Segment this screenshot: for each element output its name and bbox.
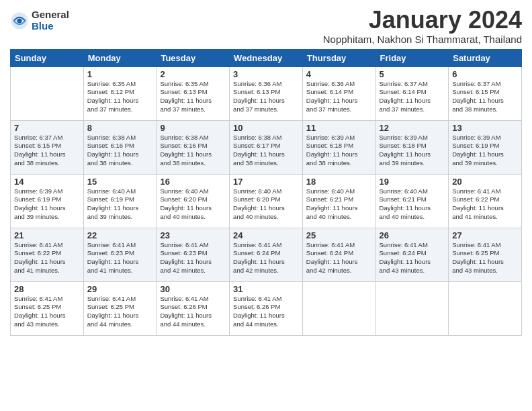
- day-info: Sunrise: 6:35 AM Sunset: 6:12 PM Dayligh…: [87, 80, 153, 114]
- day-number: 6: [452, 69, 518, 79]
- calendar-cell: 2Sunrise: 6:35 AM Sunset: 6:13 PM Daylig…: [157, 66, 230, 120]
- header-saturday: Saturday: [449, 49, 522, 66]
- calendar-header-row: SundayMondayTuesdayWednesdayThursdayFrid…: [11, 49, 522, 66]
- calendar-cell: 25Sunrise: 6:41 AM Sunset: 6:24 PM Dayli…: [302, 228, 375, 281]
- day-info: Sunrise: 6:40 AM Sunset: 6:21 PM Dayligh…: [306, 187, 372, 222]
- header-monday: Monday: [83, 49, 157, 66]
- day-number: 28: [14, 284, 80, 294]
- calendar-cell: [449, 281, 522, 335]
- calendar-cell: 8Sunrise: 6:38 AM Sunset: 6:16 PM Daylig…: [83, 120, 157, 174]
- calendar-cell: [302, 281, 375, 335]
- day-number: 30: [160, 284, 226, 294]
- week-row-2: 14Sunrise: 6:39 AM Sunset: 6:19 PM Dayli…: [11, 174, 522, 228]
- day-info: Sunrise: 6:41 AM Sunset: 6:25 PM Dayligh…: [87, 295, 153, 329]
- title-area: January 2024 Nopphitam, Nakhon Si Thamma…: [323, 7, 522, 45]
- day-info: Sunrise: 6:39 AM Sunset: 6:18 PM Dayligh…: [380, 134, 445, 168]
- day-number: 8: [87, 123, 153, 133]
- day-number: 16: [160, 177, 226, 187]
- header-tuesday: Tuesday: [157, 49, 230, 66]
- day-info: Sunrise: 6:41 AM Sunset: 6:22 PM Dayligh…: [14, 241, 80, 275]
- week-row-0: 1Sunrise: 6:35 AM Sunset: 6:12 PM Daylig…: [11, 66, 522, 120]
- page: General Blue January 2024 Nopphitam, Nak…: [0, 0, 532, 411]
- day-number: 26: [380, 230, 445, 240]
- calendar-cell: 9Sunrise: 6:38 AM Sunset: 6:16 PM Daylig…: [157, 120, 230, 174]
- day-info: Sunrise: 6:41 AM Sunset: 6:25 PM Dayligh…: [452, 241, 518, 275]
- day-number: 18: [306, 177, 372, 187]
- calendar-cell: 28Sunrise: 6:41 AM Sunset: 6:25 PM Dayli…: [11, 281, 84, 335]
- day-number: 25: [306, 230, 372, 240]
- day-number: 2: [160, 69, 226, 79]
- day-info: Sunrise: 6:40 AM Sunset: 6:19 PM Dayligh…: [87, 187, 153, 222]
- day-info: Sunrise: 6:41 AM Sunset: 6:22 PM Dayligh…: [452, 187, 518, 222]
- calendar-cell: 31Sunrise: 6:41 AM Sunset: 6:26 PM Dayli…: [230, 281, 303, 335]
- day-info: Sunrise: 6:37 AM Sunset: 6:15 PM Dayligh…: [452, 80, 518, 114]
- day-info: Sunrise: 6:41 AM Sunset: 6:24 PM Dayligh…: [306, 241, 372, 275]
- calendar-cell: 21Sunrise: 6:41 AM Sunset: 6:22 PM Dayli…: [11, 228, 84, 281]
- week-row-1: 7Sunrise: 6:37 AM Sunset: 6:15 PM Daylig…: [11, 120, 522, 174]
- calendar-cell: 23Sunrise: 6:41 AM Sunset: 6:23 PM Dayli…: [157, 228, 230, 281]
- calendar-cell: [375, 281, 449, 335]
- day-info: Sunrise: 6:35 AM Sunset: 6:13 PM Dayligh…: [160, 80, 226, 114]
- calendar-cell: 17Sunrise: 6:40 AM Sunset: 6:20 PM Dayli…: [230, 174, 303, 228]
- day-info: Sunrise: 6:41 AM Sunset: 6:26 PM Dayligh…: [233, 295, 299, 329]
- day-info: Sunrise: 6:39 AM Sunset: 6:19 PM Dayligh…: [452, 134, 518, 168]
- day-number: 19: [380, 177, 445, 187]
- calendar-cell: 11Sunrise: 6:39 AM Sunset: 6:18 PM Dayli…: [302, 120, 375, 174]
- week-row-4: 28Sunrise: 6:41 AM Sunset: 6:25 PM Dayli…: [11, 281, 522, 335]
- day-number: 4: [306, 69, 372, 79]
- day-number: 21: [14, 230, 80, 240]
- day-info: Sunrise: 6:41 AM Sunset: 6:24 PM Dayligh…: [380, 241, 445, 275]
- day-number: 3: [233, 69, 299, 79]
- day-info: Sunrise: 6:39 AM Sunset: 6:18 PM Dayligh…: [306, 134, 372, 168]
- calendar-cell: 19Sunrise: 6:40 AM Sunset: 6:21 PM Dayli…: [375, 174, 449, 228]
- day-number: 1: [87, 69, 153, 79]
- calendar-cell: 1Sunrise: 6:35 AM Sunset: 6:12 PM Daylig…: [83, 66, 157, 120]
- calendar-cell: 13Sunrise: 6:39 AM Sunset: 6:19 PM Dayli…: [449, 120, 522, 174]
- calendar-cell: 12Sunrise: 6:39 AM Sunset: 6:18 PM Dayli…: [375, 120, 449, 174]
- day-info: Sunrise: 6:40 AM Sunset: 6:21 PM Dayligh…: [380, 187, 445, 222]
- calendar-cell: 18Sunrise: 6:40 AM Sunset: 6:21 PM Dayli…: [302, 174, 375, 228]
- calendar-cell: [11, 66, 84, 120]
- header-friday: Friday: [375, 49, 449, 66]
- calendar-cell: 14Sunrise: 6:39 AM Sunset: 6:19 PM Dayli…: [11, 174, 84, 228]
- day-number: 31: [233, 284, 299, 294]
- calendar-cell: 6Sunrise: 6:37 AM Sunset: 6:15 PM Daylig…: [449, 66, 522, 120]
- day-info: Sunrise: 6:41 AM Sunset: 6:23 PM Dayligh…: [87, 241, 153, 275]
- day-info: Sunrise: 6:38 AM Sunset: 6:17 PM Dayligh…: [233, 134, 299, 168]
- svg-point-1: [17, 18, 22, 23]
- calendar-cell: 5Sunrise: 6:37 AM Sunset: 6:14 PM Daylig…: [375, 66, 449, 120]
- day-info: Sunrise: 6:40 AM Sunset: 6:20 PM Dayligh…: [160, 187, 226, 222]
- day-number: 22: [87, 230, 153, 240]
- calendar-cell: 10Sunrise: 6:38 AM Sunset: 6:17 PM Dayli…: [230, 120, 303, 174]
- day-number: 5: [380, 69, 445, 79]
- day-number: 12: [380, 123, 445, 133]
- day-number: 23: [160, 230, 226, 240]
- day-number: 20: [452, 177, 518, 187]
- day-info: Sunrise: 6:40 AM Sunset: 6:20 PM Dayligh…: [233, 187, 299, 222]
- header-thursday: Thursday: [302, 49, 375, 66]
- day-info: Sunrise: 6:36 AM Sunset: 6:13 PM Dayligh…: [233, 80, 299, 114]
- day-info: Sunrise: 6:36 AM Sunset: 6:14 PM Dayligh…: [306, 80, 372, 114]
- day-number: 29: [87, 284, 153, 294]
- calendar-cell: 20Sunrise: 6:41 AM Sunset: 6:22 PM Dayli…: [449, 174, 522, 228]
- day-number: 27: [452, 230, 518, 240]
- day-number: 15: [87, 177, 153, 187]
- day-info: Sunrise: 6:39 AM Sunset: 6:19 PM Dayligh…: [14, 187, 80, 222]
- day-number: 9: [160, 123, 226, 133]
- month-title: January 2024: [323, 7, 522, 34]
- day-info: Sunrise: 6:37 AM Sunset: 6:14 PM Dayligh…: [380, 80, 445, 114]
- header-sunday: Sunday: [11, 49, 84, 66]
- calendar-cell: 30Sunrise: 6:41 AM Sunset: 6:26 PM Dayli…: [157, 281, 230, 335]
- day-info: Sunrise: 6:41 AM Sunset: 6:23 PM Dayligh…: [160, 241, 226, 275]
- day-number: 10: [233, 123, 299, 133]
- calendar-cell: 24Sunrise: 6:41 AM Sunset: 6:24 PM Dayli…: [230, 228, 303, 281]
- day-number: 24: [233, 230, 299, 240]
- calendar-cell: 15Sunrise: 6:40 AM Sunset: 6:19 PM Dayli…: [83, 174, 157, 228]
- calendar-table: SundayMondayTuesdayWednesdayThursdayFrid…: [10, 49, 522, 336]
- calendar-cell: 27Sunrise: 6:41 AM Sunset: 6:25 PM Dayli…: [449, 228, 522, 281]
- day-info: Sunrise: 6:41 AM Sunset: 6:24 PM Dayligh…: [233, 241, 299, 275]
- calendar-cell: 22Sunrise: 6:41 AM Sunset: 6:23 PM Dayli…: [83, 228, 157, 281]
- day-info: Sunrise: 6:37 AM Sunset: 6:15 PM Dayligh…: [14, 134, 80, 168]
- header-wednesday: Wednesday: [230, 49, 303, 66]
- day-info: Sunrise: 6:41 AM Sunset: 6:26 PM Dayligh…: [160, 295, 226, 329]
